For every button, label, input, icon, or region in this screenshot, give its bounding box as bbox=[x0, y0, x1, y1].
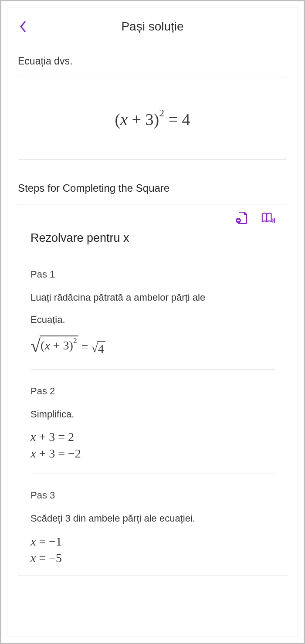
step2-eq2-var: x bbox=[30, 447, 36, 460]
paren-open: ( bbox=[115, 110, 121, 129]
chevron-left-icon bbox=[19, 20, 27, 33]
sqrt-body-rhs: 4 bbox=[97, 341, 105, 356]
insert-to-page-button[interactable] bbox=[234, 210, 249, 225]
steps-section-title: Steps for Completing the Square bbox=[18, 182, 287, 194]
step-1-text-line1: Luați rădăcina pătrată a ambelor părți a… bbox=[30, 291, 275, 304]
step1-exp: 2 bbox=[73, 336, 77, 345]
step-3-block: Pas 3 Scădeți 3 din ambele părți ale ecu… bbox=[30, 490, 275, 565]
equation-exponent: 2 bbox=[159, 107, 164, 119]
panel-inner: Pași soluție Ecuația dvs. (x + 3)2 = 4 S… bbox=[7, 7, 298, 637]
equation-plus: + 3) bbox=[128, 110, 159, 129]
insert-page-icon bbox=[235, 211, 249, 225]
step-2-block: Pas 2 Simplifica. x + 3 = 2 x + 3 = −2 bbox=[30, 386, 275, 475]
step3-eq2-rest: = −5 bbox=[36, 551, 62, 565]
step-2-equation-1: x + 3 = 2 bbox=[30, 430, 275, 444]
step-1-label: Pas 1 bbox=[30, 269, 275, 280]
radical-icon: √ bbox=[30, 337, 41, 355]
step2-eq1-rest: + 3 = 2 bbox=[36, 430, 74, 444]
step-2-label: Pas 2 bbox=[30, 386, 275, 397]
card-actions bbox=[30, 210, 275, 225]
step-2-text: Simplifica. bbox=[30, 408, 275, 421]
panel-outer-frame: Pași soluție Ecuația dvs. (x + 3)2 = 4 S… bbox=[0, 0, 305, 644]
step-3-equation-1: x = −1 bbox=[30, 535, 275, 549]
step-3-text: Scădeți 3 din ambele părți ale ecuației. bbox=[30, 512, 275, 525]
sqrt-body-lhs: (x + 3)2 bbox=[40, 336, 78, 354]
step3-eq1-var: x bbox=[30, 535, 36, 548]
equation-expression: (x + 3)2 = 4 bbox=[115, 107, 190, 129]
radical-icon-2: √ bbox=[91, 342, 98, 358]
step-1-block: Pas 1 Luați rădăcina pătrată a ambelor p… bbox=[30, 269, 275, 370]
step1-equals: = bbox=[81, 340, 92, 353]
back-button[interactable] bbox=[18, 19, 28, 34]
step-1-equation: √ (x + 3)2 = √ 4 bbox=[30, 336, 275, 356]
step-2-equation-2: x + 3 = −2 bbox=[30, 447, 275, 461]
step3-eq2-var: x bbox=[30, 551, 36, 565]
equation-section-label: Ecuația dvs. bbox=[18, 55, 287, 67]
step-3-equation-2: x = −5 bbox=[30, 551, 275, 565]
step-3-label: Pas 3 bbox=[30, 490, 275, 501]
equation-var: x bbox=[120, 110, 128, 129]
read-aloud-icon bbox=[261, 211, 275, 225]
sqrt-rhs: √ 4 bbox=[91, 341, 105, 356]
header-bar: Pași soluție bbox=[18, 19, 287, 34]
page-title: Pași soluție bbox=[28, 20, 277, 34]
step2-eq1-var: x bbox=[30, 430, 36, 444]
solve-for-title: Rezolvare pentru x bbox=[30, 231, 275, 253]
step2-eq2-rest: + 3 = −2 bbox=[36, 447, 81, 460]
read-aloud-button[interactable] bbox=[261, 210, 275, 225]
step1-var: x bbox=[44, 339, 50, 352]
step1-plus: + 3) bbox=[50, 339, 73, 352]
equation-display-box: (x + 3)2 = 4 bbox=[18, 77, 287, 159]
paren-open2: ( bbox=[41, 339, 44, 352]
equation-equals: = 4 bbox=[164, 110, 190, 129]
step-1-text-line2: Ecuația. bbox=[30, 314, 275, 326]
steps-card: Rezolvare pentru x Pas 1 Luați rădăcina … bbox=[18, 204, 287, 576]
sqrt-lhs: √ (x + 3)2 bbox=[30, 336, 78, 354]
step3-eq1-rest: = −1 bbox=[36, 535, 62, 548]
